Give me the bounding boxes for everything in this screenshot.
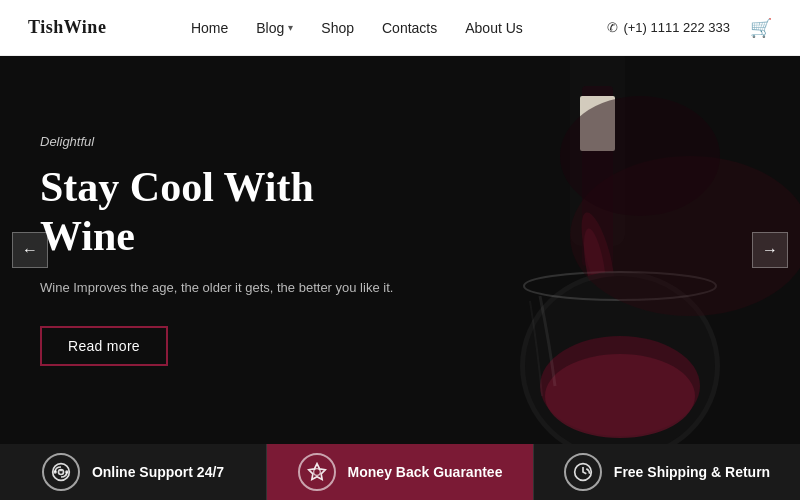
nav-shop[interactable]: Shop: [321, 20, 354, 36]
hero-arrow-right[interactable]: →: [752, 232, 788, 268]
phone-icon: ✆: [607, 20, 618, 35]
blog-dropdown-arrow: ▾: [288, 22, 293, 33]
cart-icon[interactable]: 🛒: [750, 17, 772, 39]
nav-contacts[interactable]: Contacts: [382, 20, 437, 36]
phone-number: ✆ (+1) 1111 222 333: [607, 20, 730, 35]
nav-home[interactable]: Home: [191, 20, 228, 36]
hero-content: Delightful Stay Cool With Wine Wine Impr…: [0, 56, 450, 444]
hero-arrow-left[interactable]: ←: [12, 232, 48, 268]
svg-point-14: [560, 96, 720, 216]
nav-about-us[interactable]: About Us: [465, 20, 523, 36]
nav-blog[interactable]: Blog ▾: [256, 20, 293, 36]
hero-description: Wine Improves the age, the older it gets…: [40, 278, 410, 298]
nav: Home Blog ▾ Shop Contacts About Us: [191, 20, 523, 36]
shipping-label: Free Shipping & Return: [614, 464, 770, 480]
guarantee-icon: [298, 453, 336, 491]
svg-point-9: [545, 354, 695, 438]
header-right: ✆ (+1) 1111 222 333 🛒: [607, 17, 772, 39]
read-more-button[interactable]: Read more: [40, 326, 168, 366]
support-label: Online Support 24/7: [92, 464, 224, 480]
hero-title: Stay Cool With Wine: [40, 163, 410, 260]
logo[interactable]: TishWine: [28, 17, 106, 38]
header: TishWine Home Blog ▾ Shop Contacts About…: [0, 0, 800, 56]
hero-subtitle: Delightful: [40, 134, 410, 149]
shipping-icon: [564, 453, 602, 491]
footer-item-support: Online Support 24/7: [0, 444, 267, 500]
guarantee-label: Money Back Guarantee: [348, 464, 503, 480]
svg-point-18: [313, 469, 320, 476]
footer-item-shipping: Free Shipping & Return: [534, 444, 800, 500]
support-icon: [42, 453, 80, 491]
footer-strip: Online Support 24/7 Money Back Guarantee…: [0, 444, 800, 500]
hero-section: Delightful Stay Cool With Wine Wine Impr…: [0, 56, 800, 444]
footer-item-guarantee: Money Back Guarantee: [267, 444, 534, 500]
